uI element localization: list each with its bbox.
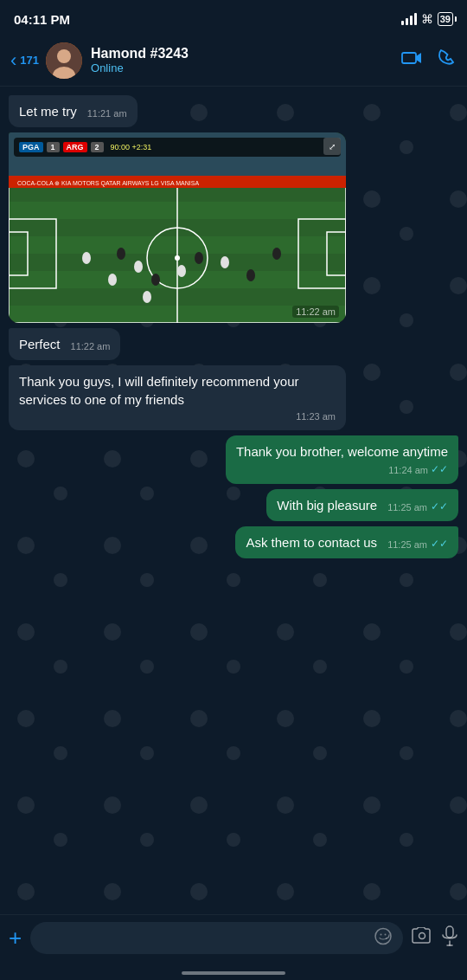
message-text: Thank you guys, I will definitely recomm…: [19, 374, 298, 407]
svg-point-24: [221, 256, 229, 268]
input-bar: +: [0, 914, 467, 980]
svg-point-21: [108, 274, 117, 286]
svg-point-27: [117, 248, 125, 260]
message-bubble: Ask them to contact us 11:25 am ✓✓: [235, 526, 458, 558]
message-time: 11:25 am: [387, 538, 427, 551]
avatar: [46, 42, 82, 79]
video-call-button[interactable]: [401, 48, 422, 73]
video-thumbnail: COCA-COLA ⊕ KIA MOTORS QATAR AIRWAYS LG …: [9, 132, 346, 323]
svg-point-34: [385, 933, 387, 935]
back-button[interactable]: ‹: [10, 49, 16, 72]
signal-icon: [401, 13, 417, 25]
add-attachment-button[interactable]: +: [9, 925, 22, 951]
status-bar: 04:11 PM ⌘ 39: [0, 0, 467, 35]
header-actions: [401, 48, 457, 73]
message-row: Perfect 11:22 am: [9, 328, 458, 360]
voice-call-button[interactable]: [438, 48, 457, 73]
svg-point-26: [82, 252, 91, 264]
message-row: Thank you guys, I will definitely recomm…: [9, 365, 458, 430]
message-text: Let me try: [19, 102, 77, 120]
soccer-field: COCA-COLA ⊕ KIA MOTORS QATAR AIRWAYS LG …: [9, 132, 346, 323]
message-bubble: Perfect 11:22 am: [9, 328, 120, 360]
chat-body: Let me try 11:21 am: [0, 87, 467, 866]
message-time: 11:25 am: [387, 501, 427, 514]
svg-rect-36: [446, 926, 453, 938]
svg-point-25: [143, 291, 151, 303]
message-text: With big pleasure: [277, 496, 377, 514]
message-time: 11:24 am: [388, 464, 428, 477]
message-text: Perfect: [19, 335, 61, 353]
wifi-icon: ⌘: [421, 12, 433, 26]
message-input[interactable]: [44, 931, 389, 945]
message-row: Thank you brother, welcome anytime 11:24…: [9, 435, 458, 484]
contact-name: Hamond #3243: [91, 46, 401, 61]
message-bubble: With big pleasure 11:25 am ✓✓: [266, 489, 458, 521]
svg-point-1: [57, 49, 71, 63]
svg-rect-3: [402, 53, 416, 63]
read-receipt: ✓✓: [431, 462, 448, 477]
battery-icon: 39: [438, 12, 453, 26]
svg-point-22: [134, 261, 143, 273]
message-time: 11:21 am: [87, 107, 127, 120]
read-receipt: ✓✓: [431, 500, 448, 514]
svg-point-29: [195, 252, 203, 264]
svg-point-33: [381, 933, 382, 935]
message-input-container: [30, 922, 403, 954]
svg-point-30: [246, 269, 255, 281]
svg-point-28: [151, 274, 160, 286]
sticker-icon[interactable]: [374, 926, 393, 950]
message-time: 11:22 am: [71, 340, 111, 353]
svg-point-13: [175, 255, 180, 261]
message-bubble: Thank you brother, welcome anytime 11:24…: [226, 435, 458, 484]
message-bubble: Let me try 11:21 am: [9, 95, 138, 127]
video-timestamp: 11:22 am: [292, 306, 339, 318]
message-row: Let me try 11:21 am: [9, 95, 458, 127]
svg-point-35: [419, 932, 425, 938]
svg-text:COCA-COLA  ⊕ KIA MOTORS  QATAR: COCA-COLA ⊕ KIA MOTORS QATAR AIRWAYS LG …: [17, 180, 199, 187]
message-row: Ask them to contact us 11:25 am ✓✓: [9, 526, 458, 558]
status-icons: ⌘ 39: [401, 12, 453, 26]
message-time: 11:23 am: [296, 410, 336, 423]
back-badge[interactable]: 171: [20, 54, 39, 67]
read-receipt: ✓✓: [431, 537, 448, 551]
microphone-button[interactable]: [441, 925, 458, 951]
video-scorebar: PGA 1 ARG 2 90:00 +2:31: [14, 138, 341, 157]
chat-header: ‹ 171 Hamond #3243 Online: [0, 35, 467, 87]
camera-button[interactable]: [412, 927, 432, 950]
svg-point-31: [272, 248, 281, 260]
message-text: Thank you brother, welcome anytime: [236, 444, 448, 459]
message-row: With big pleasure 11:25 am ✓✓: [9, 489, 458, 521]
contact-info: Hamond #3243 Online: [91, 46, 401, 74]
home-indicator: [182, 971, 285, 975]
message-bubble: Thank you guys, I will definitely recomm…: [9, 365, 346, 430]
contact-status: Online: [91, 61, 401, 74]
status-time: 04:11 PM: [14, 12, 70, 27]
expand-icon[interactable]: ⤢: [323, 138, 341, 155]
video-bubble[interactable]: COCA-COLA ⊕ KIA MOTORS QATAR AIRWAYS LG …: [9, 132, 346, 323]
message-text: Ask them to contact us: [246, 533, 377, 551]
message-row: COCA-COLA ⊕ KIA MOTORS QATAR AIRWAYS LG …: [9, 132, 458, 323]
svg-point-23: [177, 265, 186, 277]
